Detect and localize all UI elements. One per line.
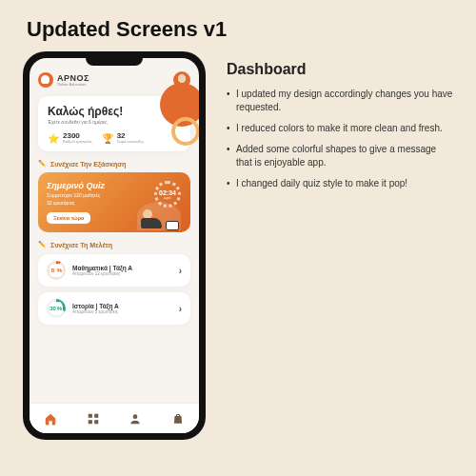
progress-ring: 8% [47, 261, 66, 280]
study-item-history[interactable]: 30% Ιστορία | Τάξη Α Απομένουν 5 ερωτήσε… [38, 292, 190, 325]
tab-bar [30, 403, 199, 433]
phone-frame: ΑΡΝΟΣ Online Education Καλώς ήρθες! Έχετ… [23, 51, 206, 440]
brand: ΑΡΝΟΣ Online Education [38, 72, 89, 88]
study-item-title: Ιστορία | Τάξη Α [72, 303, 172, 309]
stat-rank: 🏆 32 Σειρά κατάταξης [102, 132, 145, 144]
quiz-line-1: Συμμετείχαν 120 μαθητές [47, 192, 182, 198]
tab-home[interactable] [43, 411, 58, 426]
tab-bag[interactable] [170, 411, 186, 426]
decorative-ring-icon [171, 117, 199, 146]
layout: ΑΡΝΟΣ Online Education Καλώς ήρθες! Έχετ… [0, 51, 476, 440]
quiz-illustration [137, 202, 181, 230]
tab-profile[interactable] [128, 411, 143, 426]
practice-heading: ✏️ Συνέχισε Την Εξάσκηση [38, 160, 190, 168]
note-item: Added some colorful shapes to give a mes… [227, 143, 453, 169]
svg-rect-1 [94, 413, 98, 417]
note-item: I changed daily quiz style to make it po… [227, 177, 453, 190]
star-icon: ⭐ [48, 132, 59, 144]
svg-rect-3 [94, 420, 98, 424]
progress-ring: 30% [47, 299, 66, 318]
study-heading-label: Συνέχισε Τη Μελέτη [50, 242, 112, 248]
stat-points: ⭐ 2300 Βαθμοί εμπειρίας [48, 132, 92, 144]
stat-points-label: Βαθμοί εμπειρίας [63, 140, 92, 144]
welcome-stats: ⭐ 2300 Βαθμοί εμπειρίας 🏆 32 Σειρά κατάτ… [48, 132, 181, 144]
svg-rect-2 [89, 420, 92, 424]
chevron-right-icon: › [179, 304, 182, 314]
app-header: ΑΡΝΟΣ Online Education [38, 71, 190, 89]
quiz-card[interactable]: 02:34 ωρες Σημερινό Quiz Συμμετείχαν 120… [38, 172, 190, 232]
study-heading: ✏️ Συνέχισε Τη Μελέτη [38, 241, 190, 248]
notes-column: Dashboard I updated my design accordingl… [227, 51, 453, 440]
note-item: I reduced colors to make it more clean a… [227, 122, 453, 135]
phone-screen: ΑΡΝΟΣ Online Education Καλώς ήρθες! Έχετ… [30, 58, 199, 433]
tab-grid[interactable] [86, 411, 101, 426]
svg-rect-0 [89, 413, 92, 417]
practice-heading-label: Συνέχισε Την Εξάσκηση [50, 161, 126, 168]
quiz-start-button[interactable]: Ξεκίνα τώρα [47, 212, 90, 224]
pencil-icon: ✏️ [38, 160, 47, 168]
study-item-math[interactable]: 8% Μαθηματικά | Τάξη Α Απομένουν 12 ερωτ… [38, 254, 190, 287]
screen-body: ΑΡΝΟΣ Online Education Καλώς ήρθες! Έχετ… [30, 58, 199, 403]
brand-subtitle: Online Education [57, 83, 89, 87]
study-item-sub: Απομένουν 12 ερωτήσεις [72, 271, 172, 276]
welcome-subtitle: Έχετε συνδεθεί για 6 ημέρες [48, 119, 181, 125]
page-title: Updated Screens v1 [0, 0, 476, 51]
pencil-icon: ✏️ [38, 241, 47, 248]
svg-point-4 [133, 414, 138, 419]
notes-list: I updated my design accordingly changes … [227, 88, 453, 190]
welcome-card: Καλώς ήρθες! Έχετε συνδεθεί για 6 ημέρες… [38, 96, 190, 151]
study-item-sub: Απομένουν 5 ερωτήσεις [72, 309, 172, 314]
study-item-title: Μαθηματικά | Τάξη Α [72, 265, 172, 271]
stat-rank-label: Σειρά κατάταξης [117, 140, 145, 144]
chevron-right-icon: › [179, 266, 182, 276]
brand-logo-icon [38, 72, 53, 88]
trophy-icon: 🏆 [102, 132, 113, 144]
notes-heading: Dashboard [227, 61, 453, 78]
note-item: I updated my design accordingly changes … [227, 88, 453, 114]
